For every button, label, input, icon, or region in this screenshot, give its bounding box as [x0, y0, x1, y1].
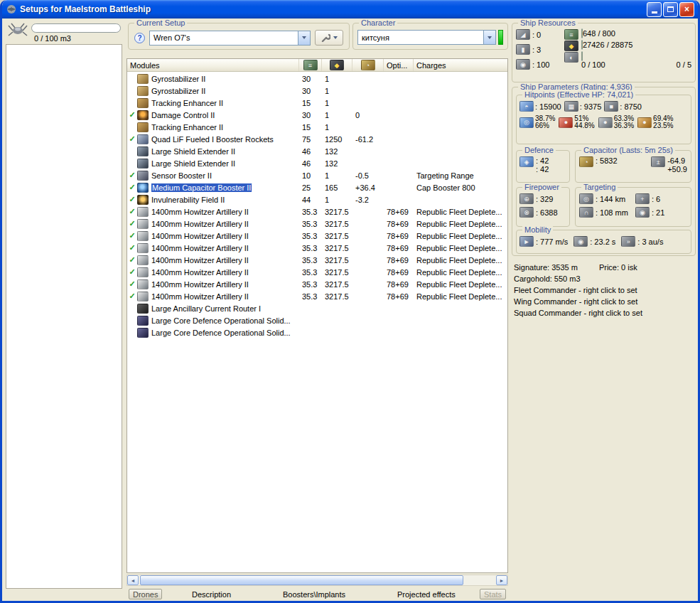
column-powergrid[interactable]: ◆ [322, 59, 352, 71]
launcher-hardpoint-icon: ▮ [516, 44, 530, 55]
horizontal-scrollbar[interactable]: ◄ ► [126, 575, 508, 586]
module-row[interactable]: Large Shield Extender II46132 [127, 157, 507, 169]
module-row[interactable]: ✓1400mm Howitzer Artillery II35.33217.57… [127, 218, 507, 230]
module-row[interactable]: ✓Sensor Booster II101-0.5Targeting Range [127, 169, 507, 181]
ship-info-lines: Signature: 3535 m Price: 0 isk Cargohold… [514, 262, 696, 319]
column-capacitor[interactable]: ◔ [352, 59, 384, 71]
shield-extender-icon [137, 159, 149, 169]
module-row[interactable]: ✓1400mm Howitzer Artillery II35.33217.57… [127, 254, 507, 266]
column-cpu[interactable]: ≡ [299, 59, 322, 71]
module-row[interactable]: ✓1400mm Howitzer Artillery II35.33217.57… [127, 230, 507, 242]
character-select-arrow[interactable] [483, 31, 495, 44]
maximize-icon [667, 6, 674, 12]
invulnerability-field-icon [137, 195, 149, 205]
column-modules[interactable]: Modules [127, 59, 299, 71]
header-powergrid-icon: ◆ [330, 60, 344, 70]
wing-commander-slot[interactable]: Wing Commander - right click to set [514, 296, 696, 307]
module-powergrid: 1 [322, 87, 352, 95]
module-row[interactable]: ✓Quad LiF Fueled I Booster Rockets751250… [127, 133, 507, 145]
module-cap-use: -61.2 [352, 135, 384, 144]
damage-control-icon [137, 110, 149, 120]
turret-hardpoints-value: : 0 [532, 31, 541, 39]
modules-list: Gyrostabilizer II301Gyrostabilizer II301… [127, 73, 507, 572]
module-row[interactable]: Tracking Enhancer II151 [127, 97, 507, 109]
header-capacitor-icon: ◔ [361, 60, 375, 70]
tab-stats[interactable]: Stats [480, 589, 506, 599]
module-row[interactable]: Large Core Defence Operational Solid... [127, 314, 507, 326]
current-setup-group: Current Setup ? Wren O7's [128, 23, 350, 50]
armor-hp-value: : 9375 [580, 102, 602, 111]
module-cpu: 35.3 [299, 232, 322, 240]
module-row[interactable]: Gyrostabilizer II301 [127, 73, 507, 85]
module-row[interactable]: Large Shield Extender II46132 [127, 145, 507, 157]
maximize-button[interactable] [663, 2, 678, 17]
scroll-left-button[interactable]: ◄ [127, 575, 139, 585]
warp-speed-icon: » [621, 236, 635, 247]
module-charge: Republic Fleet Deplete... [414, 244, 507, 252]
module-row[interactable]: Large Core Defence Operational Solid... [127, 326, 507, 338]
setup-select-arrow[interactable] [298, 31, 310, 45]
module-powergrid: 1 [322, 123, 352, 132]
module-active-check-icon: ✓ [127, 267, 137, 277]
minimize-button[interactable] [647, 2, 662, 17]
module-powergrid: 1 [322, 171, 352, 180]
scrollbar-track[interactable] [139, 575, 496, 585]
module-charge: Republic Fleet Deplete... [414, 256, 507, 265]
dronebay-usage-text: 0 / 100 [581, 60, 605, 69]
module-row[interactable]: ✓1400mm Howitzer Artillery II35.33217.57… [127, 278, 507, 290]
module-cpu: 30 [299, 75, 322, 83]
module-powergrid: 132 [322, 159, 352, 168]
module-row[interactable]: ✓1400mm Howitzer Artillery II35.33217.57… [127, 290, 507, 302]
column-charges[interactable]: Charges [414, 59, 507, 71]
module-row[interactable]: ✓Damage Control II3010 [127, 109, 507, 121]
module-row[interactable]: ✓Invulnerability Field II441-3.2 [127, 193, 507, 206]
ancillary-router-icon [137, 304, 149, 314]
fleet-commander-slot[interactable]: Fleet Commander - right click to set [514, 284, 696, 296]
scroll-right-button[interactable]: ► [496, 575, 507, 585]
module-row[interactable]: ✓1400mm Howitzer Artillery II35.33217.57… [127, 266, 507, 278]
tab-description[interactable]: Description [188, 589, 235, 599]
module-row[interactable]: ✓1400mm Howitzer Artillery II35.33217.57… [127, 206, 507, 218]
scrollbar-thumb[interactable] [140, 575, 463, 585]
core-defence-icon [137, 316, 149, 326]
squad-commander-slot[interactable]: Squad Commander - right click to set [514, 307, 696, 319]
module-cpu: 30 [299, 111, 322, 119]
explosive-armor-resist: 23.5% [653, 122, 673, 129]
module-powergrid: 3217.5 [322, 244, 352, 252]
character-select[interactable]: китсуня [357, 30, 496, 45]
help-icon[interactable]: ? [134, 33, 145, 43]
capacitor-amount-icon: ◔ [579, 156, 593, 167]
module-row[interactable]: ✓Medium Capacitor Booster II25165+36.4Ca… [127, 181, 507, 193]
capacitor-amount-value: : 5832 [596, 156, 618, 165]
module-cpu: 75 [299, 135, 322, 144]
header-cpu-icon: ≡ [303, 60, 318, 70]
module-charge: Republic Fleet Deplete... [414, 232, 507, 240]
setup-tools-button[interactable] [315, 30, 343, 46]
module-name: Tracking Enhancer II [151, 123, 223, 132]
module-row[interactable]: Gyrostabilizer II301 [127, 85, 507, 97]
module-row[interactable]: ✓1400mm Howitzer Artillery II35.33217.57… [127, 242, 507, 254]
module-cpu: 35.3 [299, 220, 322, 228]
module-name: Gyrostabilizer II [151, 75, 205, 83]
drone-bay-list[interactable] [6, 44, 122, 589]
close-button[interactable]: × [679, 2, 694, 17]
setup-select[interactable]: Wren O7's [149, 31, 311, 46]
module-name: 1400mm Howitzer Artillery II [151, 280, 249, 289]
column-optimal[interactable]: Opti... [384, 59, 414, 71]
tab-drones[interactable]: Drones [129, 589, 162, 599]
tab-projected-effects[interactable]: Projected effects [394, 589, 459, 599]
module-cpu: 46 [299, 147, 322, 156]
gyrostabilizer-icon [137, 74, 149, 84]
module-row[interactable]: Tracking Enhancer II151 [127, 121, 507, 133]
artillery-icon [137, 219, 149, 229]
volley-value: : 6388 [536, 208, 558, 217]
module-active-check-icon: ✓ [127, 255, 137, 265]
tab-boosters-implants[interactable]: Boosters\Implants [279, 589, 349, 599]
armor-hp-icon: ▦ [564, 101, 578, 112]
module-row[interactable]: Large Ancillary Current Router I [127, 302, 507, 314]
module-optimal: 78+69 [384, 208, 414, 216]
module-powergrid: 1 [322, 196, 352, 204]
module-cap-use: +36.4 [352, 183, 384, 192]
module-cpu: 35.3 [299, 268, 322, 277]
em-resist-icon: ◎ [519, 117, 534, 128]
